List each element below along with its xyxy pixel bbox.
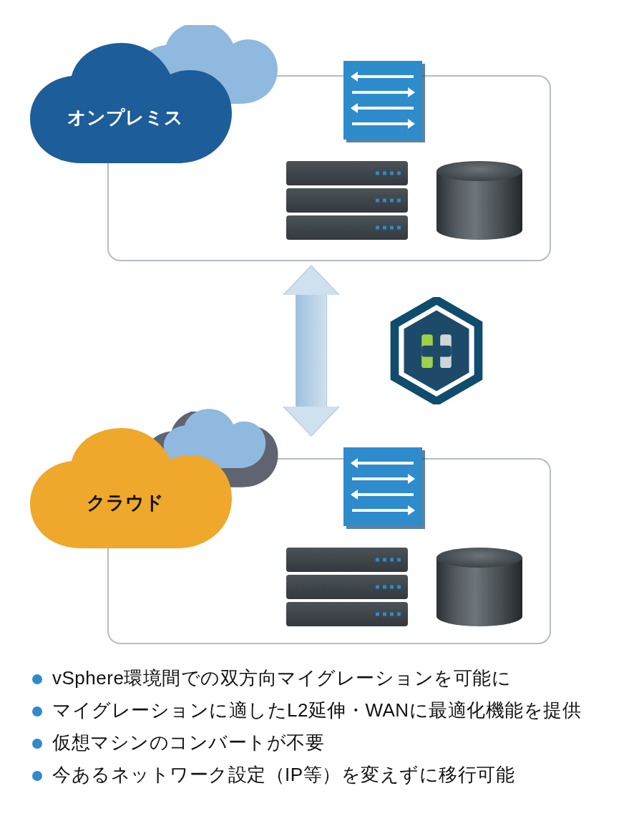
server-stack-icon [286, 548, 408, 629]
feature-bullet-item: 仮想マシンのコンバートが不要 [32, 730, 623, 755]
bidirectional-arrow-icon [283, 265, 340, 437]
feature-bullet-item: vSphere環境間での双方向マイグレーションを可能に [32, 666, 623, 691]
feature-bullet-list: vSphere環境間での双方向マイグレーションを可能に マイグレーションに適した… [32, 659, 623, 795]
onprem-cloud-label: オンプレミス [50, 105, 200, 130]
feature-bullet-item: 今あるネットワーク設定（IP等）を変えずに移行可能 [32, 762, 623, 787]
network-switch-icon [343, 447, 422, 526]
svg-rect-4 [421, 346, 452, 357]
hcx-hexagon-icon [390, 297, 483, 404]
server-stack-icon [286, 161, 408, 243]
network-switch-icon [343, 61, 422, 140]
cloud-cloud-label: クラウド [50, 490, 200, 515]
diagram-canvas: オンプレミス [0, 0, 644, 816]
feature-bullet-item: マイグレーションに適したL2延伸・WANに最適化機能を提供 [32, 698, 623, 723]
storage-cylinder-icon [436, 161, 522, 240]
storage-cylinder-icon [436, 548, 522, 626]
